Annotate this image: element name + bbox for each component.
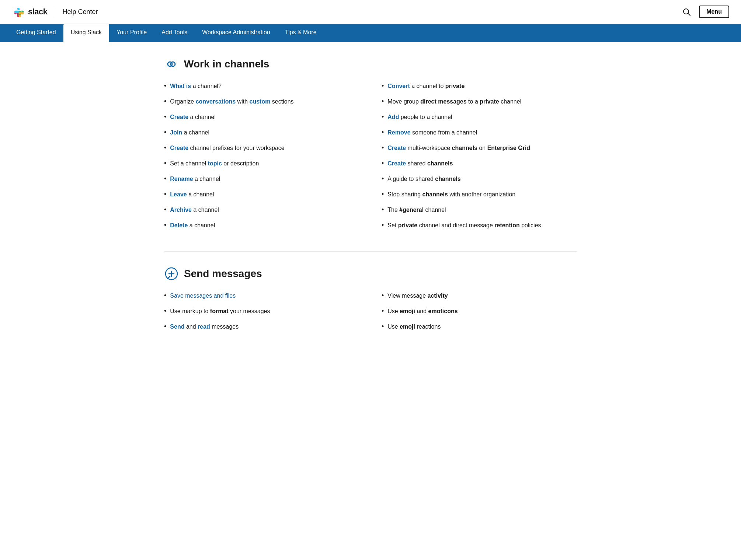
section-title-channels: Work in channels — [184, 58, 269, 70]
list-item: Add people to a channel — [382, 113, 577, 122]
nav-item-workspace-admin[interactable]: Workspace Administration — [195, 24, 278, 42]
link-remove[interactable]: Remove — [387, 129, 410, 136]
section-header-channels: Work in channels — [164, 57, 577, 71]
list-item: Move group direct messages to a private … — [382, 97, 577, 106]
nav-item-tips-more[interactable]: Tips & More — [278, 24, 324, 42]
list-item-text: Create channel prefixes for your workspa… — [170, 144, 284, 153]
list-item-text: Set a channel topic or description — [170, 159, 259, 168]
list-item: Use markup to format your messages — [164, 307, 359, 316]
link-convert[interactable]: Convert — [387, 83, 410, 89]
list-item-text: Send and read messages — [170, 322, 239, 331]
list-item: Create a channel — [164, 113, 359, 122]
list-item-text: A guide to shared channels — [387, 175, 460, 183]
list-item: Use emoji reactions — [382, 322, 577, 331]
messages-list-container: Save messages and files Use markup to fo… — [164, 291, 577, 338]
link-read[interactable]: read — [198, 323, 210, 330]
list-item: What is a channel? — [164, 82, 359, 91]
list-item: Save messages and files — [164, 291, 359, 300]
link-save-messages[interactable]: Save messages and files — [170, 293, 236, 299]
list-item-text: Use emoji reactions — [387, 322, 441, 331]
link-create-shared[interactable]: Create — [387, 160, 406, 167]
link-leave[interactable]: Leave — [170, 191, 187, 197]
channels-right-list: Convert a channel to private Move group … — [382, 82, 577, 237]
header-left: slack Help Center — [12, 5, 98, 18]
link-what-is[interactable]: What is — [170, 83, 191, 89]
section-divider — [164, 251, 577, 252]
list-item-text: Create a channel — [170, 113, 216, 122]
list-item: Remove someone from a channel — [382, 128, 577, 137]
messages-icon — [164, 266, 179, 281]
link-conversations[interactable]: conversations — [196, 98, 236, 105]
nav-item-add-tools[interactable]: Add Tools — [154, 24, 195, 42]
list-item-text: Move group direct messages to a private … — [387, 97, 521, 106]
search-button[interactable] — [680, 5, 693, 18]
list-item: Create channel prefixes for your workspa… — [164, 144, 359, 153]
list-item-text: What is a channel? — [170, 82, 222, 91]
list-item-text: Stop sharing channels with another organ… — [387, 190, 515, 199]
list-item-text: Join a channel — [170, 128, 209, 137]
list-item-text: Archive a channel — [170, 206, 219, 214]
help-center-label: Help Center — [63, 8, 98, 16]
list-item: Archive a channel — [164, 206, 359, 214]
svg-line-1 — [688, 14, 690, 16]
list-item: Leave a channel — [164, 190, 359, 199]
nav-item-using-slack[interactable]: Using Slack — [63, 24, 109, 42]
main-nav: Getting Started Using Slack Your Profile… — [0, 24, 741, 42]
list-item-text: Set private channel and direct message r… — [387, 221, 541, 230]
nav-item-your-profile[interactable]: Your Profile — [109, 24, 154, 42]
list-item: The #general channel — [382, 206, 577, 214]
section-title-messages: Send messages — [184, 268, 262, 280]
list-item-text: Convert a channel to private — [387, 82, 465, 91]
list-item: Convert a channel to private — [382, 82, 577, 91]
section-header-messages: Send messages — [164, 266, 577, 281]
list-item: View message activity — [382, 291, 577, 300]
header-divider — [55, 7, 55, 17]
list-item: Rename a channel — [164, 175, 359, 183]
list-item-text: Organize conversations with custom secti… — [170, 97, 293, 106]
section-work-in-channels: Work in channels What is a channel? Orga… — [164, 57, 577, 237]
channels-list-container: What is a channel? Organize conversation… — [164, 82, 577, 237]
slack-logo-icon — [12, 5, 25, 18]
link-send[interactable]: Send — [170, 323, 184, 330]
list-item-text: Create multi-workspace channels on Enter… — [387, 144, 530, 153]
list-item-text: Use emoji and emoticons — [387, 307, 458, 316]
list-item: Stop sharing channels with another organ… — [382, 190, 577, 199]
list-item: Set private channel and direct message r… — [382, 221, 577, 230]
site-header: slack Help Center Menu — [0, 0, 741, 24]
brand-name: slack — [28, 7, 48, 17]
header-right: Menu — [680, 5, 729, 18]
list-item-text: View message activity — [387, 291, 448, 300]
list-item-text: Leave a channel — [170, 190, 214, 199]
section-send-messages: Send messages Save messages and files Us… — [164, 266, 577, 338]
list-item: Organize conversations with custom secti… — [164, 97, 359, 106]
link-create-channel[interactable]: Create — [170, 114, 188, 120]
svg-line-5 — [168, 276, 170, 279]
channels-left-list: What is a channel? Organize conversation… — [164, 82, 359, 237]
link-delete[interactable]: Delete — [170, 222, 188, 228]
list-item: Use emoji and emoticons — [382, 307, 577, 316]
messages-left-list: Save messages and files Use markup to fo… — [164, 291, 359, 338]
list-item: Join a channel — [164, 128, 359, 137]
list-item-text: Use markup to format your messages — [170, 307, 270, 316]
menu-button[interactable]: Menu — [699, 6, 729, 18]
link-join-channel[interactable]: Join — [170, 129, 182, 136]
list-item: A guide to shared channels — [382, 175, 577, 183]
link-create-prefixes[interactable]: Create — [170, 145, 188, 151]
slack-logo: slack — [12, 5, 48, 18]
nav-item-getting-started[interactable]: Getting Started — [9, 24, 63, 42]
link-topic[interactable]: topic — [208, 160, 222, 167]
list-item: Create shared channels — [382, 159, 577, 168]
list-item-text: Save messages and files — [170, 291, 236, 300]
link-custom[interactable]: custom — [250, 98, 271, 105]
list-item-text: The #general channel — [387, 206, 446, 214]
search-icon — [682, 7, 691, 16]
main-content: Work in channels What is a channel? Orga… — [149, 42, 592, 360]
link-add-people[interactable]: Add — [387, 114, 399, 120]
list-item: Set a channel topic or description — [164, 159, 359, 168]
link-archive[interactable]: Archive — [170, 207, 192, 213]
list-item-text: Remove someone from a channel — [387, 128, 477, 137]
link-create-multi[interactable]: Create — [387, 145, 406, 151]
link-rename[interactable]: Rename — [170, 176, 193, 182]
list-item-text: Add people to a channel — [387, 113, 452, 122]
list-item-text: Rename a channel — [170, 175, 220, 183]
